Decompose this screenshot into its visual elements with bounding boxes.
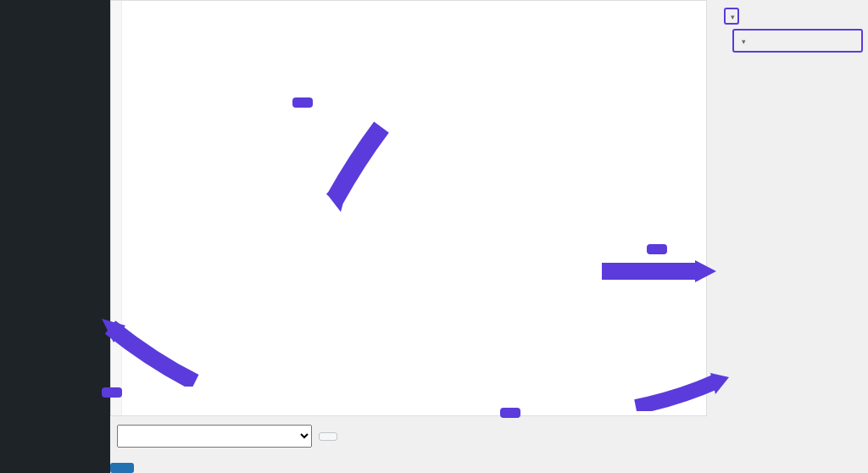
function-select[interactable] (117, 425, 312, 448)
arrow-4 (322, 119, 398, 212)
arrow-1 (102, 319, 203, 387)
callout-3 (500, 408, 520, 418)
folder-blog[interactable] (736, 32, 860, 49)
lookup-button[interactable] (319, 432, 337, 441)
theme-files-tree (715, 0, 868, 473)
admin-sidebar (0, 0, 110, 473)
callout-1 (102, 387, 122, 398)
folder-template-parts[interactable] (721, 5, 863, 27)
callout-2 (647, 244, 667, 254)
arrow-2 (593, 259, 716, 284)
update-file-button[interactable] (110, 463, 134, 473)
callout-4 (292, 97, 313, 108)
svg-marker-2 (695, 260, 716, 282)
main-content (110, 0, 868, 473)
arrow-3 (627, 373, 729, 411)
